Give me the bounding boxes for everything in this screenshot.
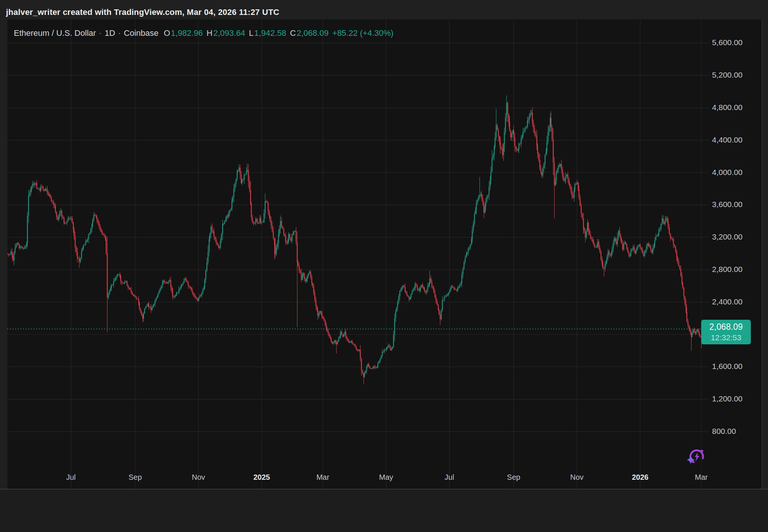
- legend-ohlc-values: O1,982.96H2,093.64L1,942.58C2,068.09+85.…: [164, 28, 394, 38]
- price-tick-label: 4,000.00: [712, 168, 743, 177]
- attribution-text: jhalver_writer created with TradingView.…: [6, 7, 279, 17]
- legend-symbol[interactable]: Ethereum / U.S. Dollar: [14, 28, 96, 38]
- ohlc-letter: C: [290, 28, 296, 38]
- ohlc-value: 1,982.96: [171, 28, 203, 38]
- ohlc-value: 1,942.58: [254, 28, 286, 38]
- price-tick-label: 5,200.00: [712, 71, 743, 79]
- time-tick-label: May: [379, 473, 393, 482]
- price-tick-label: 1,600.00: [712, 362, 743, 371]
- time-tick-label: Nov: [192, 473, 205, 482]
- ohlc-letter: L: [249, 28, 253, 38]
- footer: TradingView: [0, 489, 768, 532]
- current-price-label: 2,068.09 12:32:53: [701, 320, 751, 344]
- bar-countdown-timer: 12:32:53: [701, 333, 751, 342]
- price-tick-label: 800.00: [712, 427, 736, 436]
- price-tick-label: 4,400.00: [712, 135, 743, 144]
- ohlc-letter: H: [207, 28, 213, 38]
- price-tick-label: 2,400.00: [712, 297, 743, 306]
- time-tick-label: 2025: [253, 473, 270, 482]
- legend-exchange[interactable]: Coinbase: [124, 28, 159, 38]
- ohlc-value: 2,068.09: [297, 28, 329, 38]
- time-tick-label: 2026: [632, 473, 649, 482]
- change-value: +85.22 (+4.30%): [333, 28, 394, 38]
- time-tick-label: Nov: [570, 473, 584, 482]
- ohlc-letter: O: [164, 28, 170, 38]
- price-tick-label: 4,800.00: [712, 103, 743, 112]
- time-tick-label: Jul: [66, 473, 76, 482]
- time-tick-label: Mar: [316, 473, 329, 482]
- lightning-bolt-icon: [695, 452, 699, 461]
- time-tick-label: Sep: [507, 473, 521, 482]
- price-tick-label: 2,800.00: [712, 265, 743, 274]
- time-tick-label: Sep: [128, 473, 142, 482]
- legend-interval[interactable]: 1D: [104, 28, 115, 38]
- ohlc-value: 2,093.64: [213, 28, 245, 38]
- time-tick-label: Mar: [695, 473, 708, 482]
- price-tick-label: 5,600.00: [712, 38, 743, 47]
- legend-separator: ·: [99, 28, 102, 38]
- candlestick-chart[interactable]: [0, 0, 768, 532]
- legend-separator: ·: [118, 28, 121, 38]
- refresh-bolt-sparkle-icon[interactable]: [686, 448, 705, 468]
- time-scale[interactable]: JulSepNov2025MarMayJulSepNov2026Mar: [0, 469, 709, 488]
- price-tick-label: 3,600.00: [712, 200, 743, 209]
- price-tick-label: 3,200.00: [712, 232, 743, 241]
- chart-pane[interactable]: [7, 19, 762, 489]
- chart-legend[interactable]: Ethereum / U.S. Dollar·1D·CoinbaseO1,982…: [14, 28, 393, 38]
- current-price-value: 2,068.09: [701, 321, 751, 333]
- time-tick-label: Jul: [444, 473, 454, 482]
- price-tick-label: 1,200.00: [712, 394, 743, 403]
